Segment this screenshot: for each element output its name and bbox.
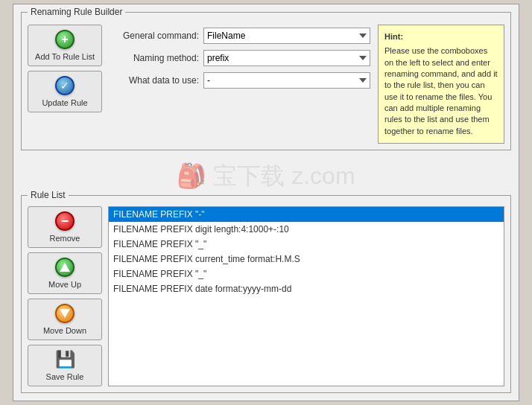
rule-item[interactable]: FILENAME PREFIX date format:yyyy-mm-dd [109, 281, 504, 296]
rule-item[interactable]: FILENAME PREFIX current_time format:H.M.… [109, 252, 504, 267]
rule-builder-label: Renaming Rule Builder [28, 7, 125, 17]
naming-method-label: Naming method: [110, 53, 199, 63]
move-down-button[interactable]: Move Down [28, 299, 102, 340]
arrow-down-icon [55, 304, 75, 323]
rule-item[interactable]: FILENAME PREFIX "-" [109, 207, 504, 222]
rule-builder-group: Renaming Rule Builder + Add To Rule List… [21, 12, 511, 151]
minus-icon: − [55, 211, 75, 231]
rule-list-label: Rule List [28, 190, 69, 200]
remove-button-label: Remove [50, 234, 80, 243]
remove-button[interactable]: − Remove [28, 206, 102, 248]
move-up-button[interactable]: Move Up [28, 252, 102, 294]
add-to-rule-list-button[interactable]: + Add To Rule List [28, 25, 102, 66]
center-area: 🎒 宝下载 z.com [21, 158, 511, 195]
rule-item[interactable]: FILENAME PREFIX "_" [109, 237, 504, 252]
general-command-row: General command: FileName FolderName Ext… [110, 28, 370, 44]
rule-list-group: Rule List − Remove Move Up Move Down 💾 [21, 195, 511, 393]
rule-item[interactable]: FILENAME PREFIX "_" [109, 267, 504, 281]
check-icon: ✓ [55, 76, 75, 95]
watermark: 🎒 宝下载 z.com [177, 160, 355, 193]
update-button-label: Update Rule [42, 98, 87, 107]
hint-box: Hint: Please use the comboboxes on the l… [378, 25, 504, 144]
general-command-label: General command: [110, 31, 199, 41]
update-rule-button[interactable]: ✓ Update Rule [28, 71, 102, 112]
what-data-select[interactable]: - text date number [203, 72, 370, 89]
floppy-icon: 💾 [55, 350, 75, 369]
what-data-label: What data to use: [110, 75, 199, 86]
rule-list-buttons: − Remove Move Up Move Down 💾 Save Rule [28, 206, 102, 386]
move-down-button-label: Move Down [43, 326, 86, 335]
plus-icon: + [55, 30, 75, 49]
naming-method-select[interactable]: prefix suffix replace [203, 50, 370, 66]
arrow-up-icon [55, 258, 75, 277]
move-up-button-label: Move Up [48, 280, 81, 289]
save-rule-button[interactable]: 💾 Save Rule [28, 345, 102, 386]
hint-title: Hint: [384, 31, 498, 42]
rule-builder-buttons: + Add To Rule List ✓ Update Rule [28, 25, 102, 144]
rule-builder-form: General command: FileName FolderName Ext… [110, 25, 370, 144]
naming-method-row: Naming method: prefix suffix replace [110, 50, 370, 66]
hint-text: Please use the comboboxes on the left to… [384, 45, 498, 137]
what-data-row: What data to use: - text date number [110, 72, 370, 89]
rule-list-area[interactable]: FILENAME PREFIX "-"FILENAME PREFIX digit… [108, 206, 504, 386]
save-rule-button-label: Save Rule [46, 372, 84, 381]
rule-item[interactable]: FILENAME PREFIX digit length:4:1000+-:10 [109, 222, 504, 237]
add-button-label: Add To Rule List [35, 52, 95, 61]
general-command-select[interactable]: FileName FolderName Extension [203, 28, 370, 44]
